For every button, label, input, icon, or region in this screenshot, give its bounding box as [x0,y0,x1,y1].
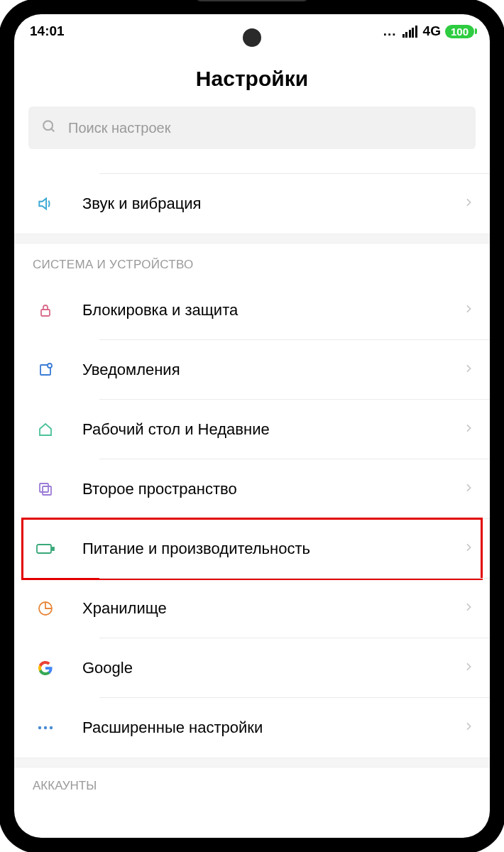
search-icon [41,119,57,137]
svg-rect-5 [40,484,48,492]
battery-icon [33,542,58,556]
status-right: ... 4G 100 [383,23,474,39]
chevron-right-icon [463,601,474,616]
notch-bar [195,0,309,1]
svg-point-12 [50,726,53,729]
search-input[interactable]: Поиск настроек [28,106,476,149]
row-notifications[interactable]: Уведомления [14,340,490,400]
home-icon [33,421,58,438]
row-storage[interactable]: Хранилище [14,579,490,638]
row-label: Расширенные настройки [82,719,463,737]
row-label: Второе пространство [82,480,463,498]
row-google[interactable]: Google [14,638,490,698]
chevron-right-icon [463,721,474,735]
search-placeholder: Поиск настроек [68,120,170,136]
row-second-space[interactable]: Второе пространство [14,459,490,519]
chevron-right-icon [463,303,474,317]
lock-icon [33,302,58,319]
status-time: 14:01 [30,23,65,39]
screen: 14:01 ... 4G 100 Настройки Поиск настрое… [14,14,490,838]
section-header-accounts: АККАУНТЫ [14,768,490,793]
section-header-system: СИСТЕМА И УСТРОЙСТВО [14,244,490,280]
sound-icon [33,195,58,213]
chevron-right-icon [463,363,474,377]
battery-indicator: 100 [445,25,474,38]
page-title: Настройки [14,48,490,106]
more-icon [33,725,58,731]
svg-rect-8 [52,547,54,550]
svg-point-10 [38,726,41,729]
chevron-right-icon [463,542,474,556]
row-lock-protect[interactable]: Блокировка и защита [14,280,490,340]
storage-icon [33,600,58,617]
google-icon [33,660,58,677]
second-space-icon [33,481,58,498]
svg-point-0 [43,121,53,130]
row-label: Google [82,659,463,677]
row-advanced-settings[interactable]: Расширенные настройки [14,698,490,758]
chevron-right-icon [463,482,474,496]
row-battery-performance[interactable]: Питание и производительность [14,519,490,579]
row-label: Звук и вибрация [82,195,463,213]
chevron-right-icon [463,197,474,211]
svg-point-4 [48,364,52,368]
device-frame: 14:01 ... 4G 100 Настройки Поиск настрое… [0,0,504,852]
svg-rect-6 [43,486,51,495]
chevron-right-icon [463,661,474,675]
chevron-right-icon [463,422,474,437]
signal-dots-icon: ... [383,23,397,39]
svg-rect-7 [37,545,51,553]
svg-point-11 [44,726,47,729]
row-label: Уведомления [82,361,463,379]
front-camera [243,28,261,47]
row-label: Хранилище [82,599,463,618]
search-container: Поиск настроек [14,106,490,159]
network-label: 4G [423,23,441,39]
signal-bars-icon [402,26,417,38]
row-home-recents[interactable]: Рабочий стол и Недавние [14,400,490,459]
row-label: Рабочий стол и Недавние [82,420,463,439]
row-label: Блокировка и защита [82,301,463,320]
row-sound-vibration[interactable]: Звук и вибрация [14,174,490,234]
svg-rect-2 [41,310,50,316]
notifications-icon [33,361,58,378]
row-label: Питание и производительность [82,540,463,558]
svg-line-1 [51,129,54,131]
